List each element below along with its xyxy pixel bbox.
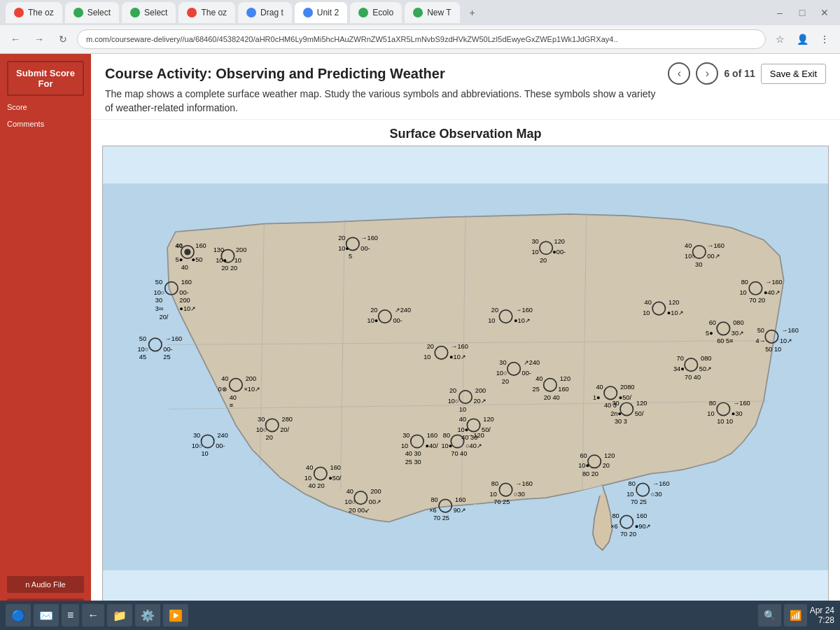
us-map-svg: 40 160 5● ●50 40 130 200 10● 10 20 20	[103, 146, 828, 608]
svg-text:●40↗: ●40↗	[764, 289, 780, 296]
minimize-button[interactable]: –	[770, 3, 790, 22]
tab-favicon-newt	[413, 8, 423, 18]
svg-text:30: 30	[402, 432, 410, 439]
svg-text:50: 50	[155, 279, 162, 286]
svg-text:10●: 10●	[368, 317, 379, 324]
svg-text:200: 200	[179, 298, 190, 304]
svg-text:60: 60	[709, 319, 716, 326]
svg-text:00-: 00-	[393, 317, 402, 324]
svg-text:4→: 4→	[755, 337, 765, 344]
svg-text:280: 280	[282, 416, 293, 423]
left-sidebar: Submit Score For Score Comments n Audio …	[0, 54, 91, 630]
taskbar-time: Apr 24 7:28	[810, 606, 834, 625]
taskbar-gmail[interactable]: ✉️	[34, 604, 59, 626]
svg-text:70 25: 70 25	[631, 498, 647, 505]
prev-page-button[interactable]: ‹	[668, 62, 690, 85]
svg-text:●50/: ●50/	[619, 394, 632, 401]
taskbar-media[interactable]: ▶️	[163, 604, 188, 626]
tab-oz1[interactable]: The oz	[6, 2, 62, 23]
svg-text:10: 10	[401, 442, 408, 449]
svg-text:●30: ●30	[732, 410, 743, 417]
svg-text:20  00↙: 20 00↙	[349, 507, 370, 514]
next-page-button[interactable]: ›	[696, 62, 718, 85]
svg-text:40: 40	[306, 464, 313, 471]
tab-oz2[interactable]: The oz	[178, 2, 235, 23]
taskbar-file[interactable]: 📁	[107, 604, 132, 626]
svg-text:40: 40	[221, 375, 228, 382]
svg-text:200: 200	[475, 388, 486, 395]
svg-text:40: 40	[685, 242, 692, 249]
svg-text:80: 80	[431, 496, 438, 503]
svg-text:40 20: 40 20	[309, 482, 325, 489]
svg-text:160: 160	[636, 512, 647, 519]
taskbar: 🔵 ✉️ ≡ ← 📁 ⚙️ ▶️ 🔍 📶 Apr 24 7:28	[0, 601, 840, 630]
svg-text:●00-: ●00-	[552, 249, 566, 256]
tab-bar: The oz Select Select The oz Drag t Unit …	[0, 0, 840, 25]
svg-text:10: 10	[531, 249, 538, 256]
tab-newt[interactable]: New T	[405, 2, 459, 23]
svg-text:50/: 50/	[635, 410, 644, 417]
svg-text:○30: ○30	[651, 491, 662, 498]
svg-text:10●: 10●	[441, 442, 452, 449]
svg-text:80: 80	[741, 279, 748, 286]
svg-text:→160: →160	[165, 335, 183, 342]
svg-text:34●: 34●	[673, 366, 685, 373]
tab-select1[interactable]: Select	[65, 2, 119, 23]
tab-ecolo[interactable]: Ecolo	[350, 2, 402, 23]
address-bar[interactable]: m.com/courseware-delivery//ua/68460/4538…	[77, 29, 766, 49]
svg-text:→160: →160	[781, 327, 799, 334]
svg-text:10●: 10●	[338, 245, 349, 252]
svg-text:80: 80	[709, 400, 716, 407]
menu-button[interactable]: ⋮	[815, 29, 834, 49]
svg-text:10: 10	[739, 289, 746, 296]
tab-select2[interactable]: Select	[122, 2, 176, 23]
svg-text:120: 120	[604, 452, 615, 459]
svg-text:20: 20	[449, 388, 456, 395]
svg-text:○40↗: ○40↗	[465, 442, 482, 449]
svg-point-8	[184, 249, 190, 255]
svg-text:●90↗: ●90↗	[635, 523, 652, 530]
svg-text:30: 30	[695, 261, 702, 268]
new-tab-button[interactable]: +	[463, 3, 482, 22]
svg-text:240: 240	[217, 432, 227, 439]
svg-text:30: 30	[155, 298, 162, 304]
profile-button[interactable]: 👤	[792, 29, 812, 49]
back-button[interactable]: ←	[6, 29, 25, 49]
save-exit-button[interactable]: Save & Exit	[761, 64, 826, 84]
svg-text:20: 20	[370, 307, 377, 314]
svg-text:80: 80	[443, 432, 450, 439]
svg-text:20/: 20/	[160, 314, 169, 321]
svg-text:10○: 10○	[154, 289, 165, 296]
taskbar-settings[interactable]: ⚙️	[135, 604, 160, 626]
audio-file-button[interactable]: n Audio File	[7, 576, 84, 593]
svg-text:×10↗: ×10↗	[244, 386, 260, 393]
taskbar-search[interactable]: 🔍	[758, 604, 781, 626]
tab-favicon-s2	[130, 8, 140, 18]
taskbar-chrome[interactable]: 🔵	[6, 604, 31, 626]
refresh-button[interactable]: ↻	[53, 29, 73, 49]
forward-button[interactable]: →	[29, 29, 49, 49]
restore-button[interactable]: □	[792, 3, 812, 22]
content-header: Course Activity: Observing and Predictin…	[91, 54, 840, 120]
svg-text:25: 25	[163, 354, 170, 360]
svg-text:●40/: ●40/	[425, 442, 438, 449]
taskbar-wifi[interactable]: 📶	[784, 604, 807, 626]
svg-text:●10↗: ●10↗	[514, 317, 531, 324]
svg-text:→160: →160	[515, 480, 533, 487]
svg-text:120: 120	[560, 375, 570, 382]
content-area: Course Activity: Observing and Predictin…	[91, 54, 840, 630]
taskbar-back[interactable]: ←	[82, 604, 104, 626]
svg-text:25: 25	[533, 386, 540, 393]
content-header-top: Course Activity: Observing and Predictin…	[105, 62, 826, 85]
svg-text:40: 40	[230, 394, 237, 401]
star-button[interactable]: ☆	[770, 29, 790, 49]
svg-text:40 3: 40 3	[604, 402, 617, 409]
close-button[interactable]: ✕	[815, 3, 834, 22]
svg-text:20: 20	[338, 234, 345, 241]
svg-text:70 25: 70 25	[493, 498, 510, 505]
tab-drag[interactable]: Drag t	[238, 2, 292, 23]
taskbar-menu[interactable]: ≡	[62, 604, 79, 626]
svg-text:10○: 10○	[192, 442, 203, 449]
submit-score-button[interactable]: Submit Score For	[7, 61, 84, 96]
tab-unit2[interactable]: Unit 2	[295, 2, 347, 23]
